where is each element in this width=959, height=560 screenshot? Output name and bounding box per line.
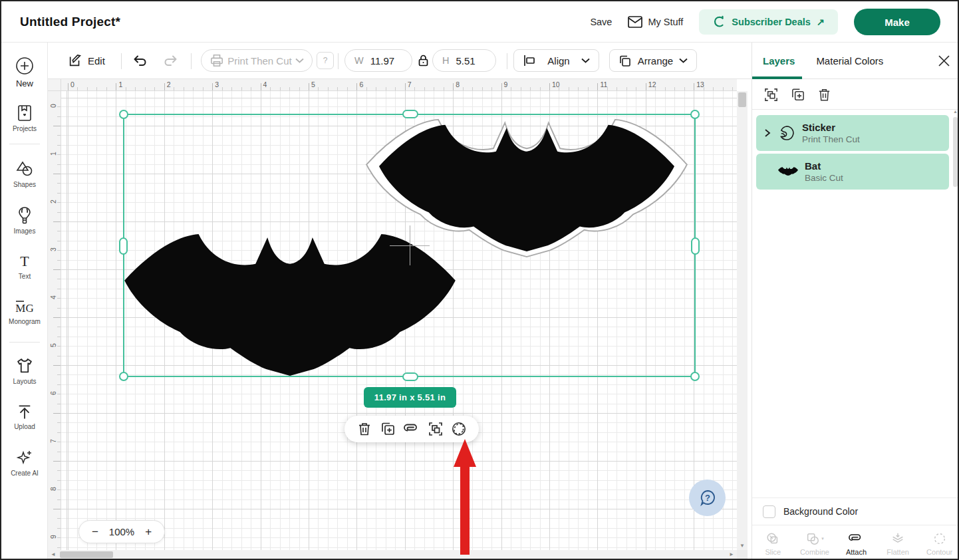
sidebar-item-text[interactable]: T Text: [1, 253, 48, 280]
contour-label: Contour: [926, 548, 952, 556]
sidebar-item-label: New: [16, 78, 33, 88]
width-field[interactable]: W: [344, 49, 412, 72]
operation-label: Print Then Cut: [227, 55, 291, 67]
ruler-number: 4: [263, 80, 267, 88]
ruler-number: 13: [696, 80, 704, 88]
ruler-number: 10: [552, 80, 560, 88]
scroll-up-arrow-icon[interactable]: ▲: [952, 109, 958, 114]
sidebar-item-upload[interactable]: Upload: [1, 403, 48, 430]
arrange-dropdown[interactable]: Arrange: [609, 49, 697, 72]
duplicate-layer-icon[interactable]: [790, 87, 805, 102]
active-tab-underline: [752, 76, 802, 79]
layer-operation: Basic Cut: [805, 173, 843, 183]
edit-button[interactable]: Edit: [68, 53, 105, 68]
tab-layers[interactable]: Layers: [763, 55, 795, 67]
background-color-label: Background Color: [783, 506, 858, 517]
height-field[interactable]: H: [432, 49, 496, 72]
selection-bounding-box[interactable]: [123, 114, 696, 377]
delete-icon[interactable]: [356, 421, 372, 437]
subscriber-deals-button[interactable]: Subscriber Deals ↗: [699, 9, 838, 35]
ruler-number: 5: [311, 80, 315, 88]
align-dropdown[interactable]: Align: [513, 49, 599, 72]
scroll-right-arrow-icon[interactable]: ►: [729, 550, 734, 559]
sidebar-item-monogram[interactable]: MG Monogram: [1, 298, 48, 325]
sidebar-item-label: Create AI: [11, 470, 39, 477]
attach-icon[interactable]: [404, 421, 420, 437]
duplicate-icon[interactable]: [380, 421, 396, 437]
undo-button[interactable]: [131, 53, 148, 69]
attach-button[interactable]: Attach: [835, 525, 877, 560]
operation-help-button[interactable]: ?: [317, 52, 334, 69]
balloon-icon: [16, 206, 33, 225]
ruler-number: 1: [118, 80, 122, 88]
layer-list: Sticker Print Then Cut Bat Basic Cut: [752, 110, 959, 190]
ruler-horizontal: 012345678910111213: [61, 79, 737, 91]
resize-handle-bottom-right[interactable]: [690, 372, 700, 381]
sidebar-item-images[interactable]: Images: [1, 206, 48, 235]
my-stuff-button[interactable]: My Stuff: [628, 16, 683, 28]
redo-button[interactable]: [162, 53, 180, 69]
scrollbar-thumb[interactable]: [60, 551, 113, 558]
sidebar-item-new[interactable]: New: [1, 56, 48, 88]
delete-layer-icon[interactable]: [817, 87, 832, 102]
expand-chevron-icon[interactable]: [764, 128, 771, 138]
toolbar-divider: [507, 53, 507, 69]
resize-handle-middle-right[interactable]: [691, 237, 700, 255]
chevron-down-icon: [679, 58, 688, 63]
scrollbar-thumb[interactable]: [738, 92, 746, 107]
external-arrow-icon: ↗: [817, 17, 825, 27]
operation-dropdown[interactable]: Print Then Cut: [201, 49, 313, 72]
scrollbar-corner: [737, 550, 748, 559]
height-label: H: [442, 55, 449, 66]
zoom-out-button[interactable]: −: [92, 526, 98, 537]
ruler-number: 2: [167, 80, 171, 88]
layer-item-bat[interactable]: Bat Basic Cut: [756, 154, 949, 190]
scroll-left-arrow-icon[interactable]: ◄: [51, 550, 56, 559]
resize-handle-top-left[interactable]: [119, 110, 128, 119]
flatten-button: Flatten: [877, 525, 919, 560]
help-bubble-icon: ?: [698, 488, 718, 508]
upload-icon: [16, 403, 33, 420]
arrange-icon: [618, 55, 632, 67]
ruler-number: 2: [49, 198, 57, 206]
sidebar-item-shapes[interactable]: Shapes: [1, 160, 48, 188]
close-panel-icon[interactable]: [938, 55, 950, 67]
sidebar-item-label: Layouts: [13, 378, 36, 385]
resize-handle-bottom-middle[interactable]: [402, 372, 418, 381]
resize-handle-top-middle[interactable]: [402, 110, 418, 118]
width-input[interactable]: [370, 55, 405, 67]
height-input[interactable]: [456, 55, 490, 67]
sidebar-item-create-ai[interactable]: Create AI: [1, 448, 48, 477]
scroll-down-arrow-icon[interactable]: ▼: [737, 543, 748, 549]
panel-scrollbar[interactable]: ▲: [952, 109, 958, 495]
resize-handle-middle-left[interactable]: [119, 237, 128, 255]
resize-handle-bottom-left[interactable]: [119, 372, 128, 381]
lock-ratio-button[interactable]: [418, 55, 428, 67]
scrollbar-thumb[interactable]: [953, 117, 958, 187]
tab-material-colors[interactable]: Material Colors: [816, 55, 883, 67]
ruler-number: 7: [408, 80, 412, 88]
sidebar-item-projects[interactable]: Projects: [1, 104, 48, 132]
canvas-vertical-scrollbar[interactable]: ▼: [737, 91, 748, 550]
ruler-vertical: 0123456789: [48, 91, 61, 550]
select-all-icon[interactable]: [428, 421, 444, 437]
envelope-icon: [628, 16, 642, 28]
chevron-down-icon: [581, 58, 590, 63]
resize-handle-top-right[interactable]: [690, 110, 700, 119]
canvas-horizontal-scrollbar[interactable]: ◄ ►: [48, 550, 737, 559]
align-label: Align: [547, 55, 569, 67]
red-annotation-arrow: [452, 438, 478, 556]
color-sync-icon[interactable]: [451, 421, 467, 437]
ruler-number: 11: [600, 80, 607, 88]
make-button[interactable]: Make: [854, 9, 940, 35]
save-button[interactable]: Save: [590, 17, 612, 27]
zoom-level: 100%: [109, 526, 134, 537]
sidebar-item-layouts[interactable]: Layouts: [1, 356, 48, 385]
layer-item-sticker[interactable]: Sticker Print Then Cut: [756, 115, 949, 151]
select-all-layers-icon[interactable]: [763, 87, 779, 102]
help-button[interactable]: ?: [689, 480, 726, 516]
ruler-number: 6: [49, 389, 57, 397]
ruler-number: 8: [49, 485, 57, 493]
zoom-in-button[interactable]: +: [145, 526, 152, 537]
background-color-checkbox[interactable]: [763, 505, 775, 518]
